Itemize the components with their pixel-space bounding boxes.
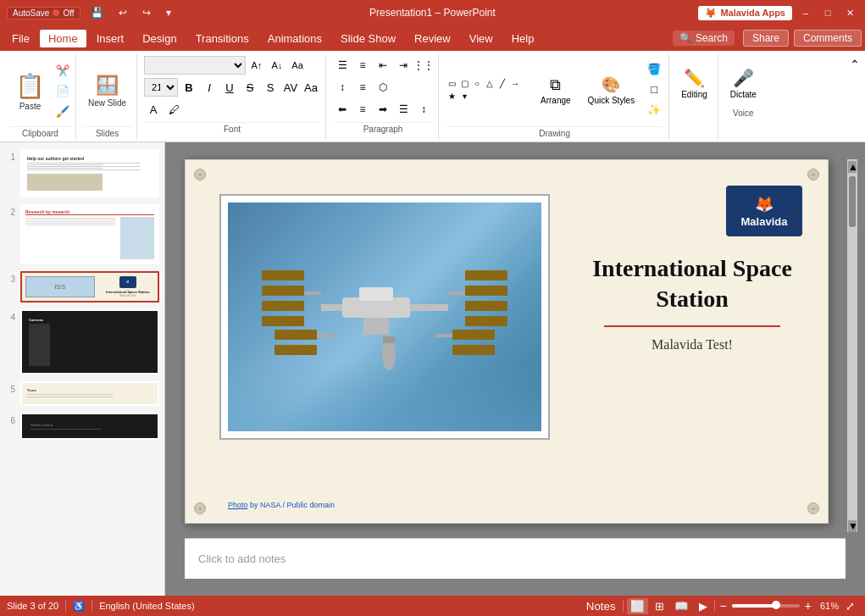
slide-image-1[interactable]: Help our authors get started bbox=[20, 149, 159, 197]
undo-button[interactable]: ↩ bbox=[114, 5, 132, 20]
dictate-button[interactable]: 🎤 Dictate bbox=[724, 58, 763, 108]
shape-fill-button[interactable]: 🪣 bbox=[645, 59, 663, 78]
smartart-button[interactable]: ⬡ bbox=[374, 78, 392, 97]
customize-button[interactable]: ▾ bbox=[161, 5, 176, 20]
increase-font-button[interactable]: A↓ bbox=[268, 56, 286, 75]
menu-review[interactable]: Review bbox=[406, 30, 459, 47]
increase-indent-button[interactable]: ⇥ bbox=[394, 56, 413, 75]
arrow-shape[interactable]: → bbox=[509, 78, 521, 90]
slide-image-5[interactable]: Tours bbox=[20, 381, 159, 406]
line-spacing-button[interactable]: ↕ bbox=[414, 100, 433, 119]
slide-image-2[interactable]: Research by research bbox=[20, 204, 159, 264]
iss-photo-frame[interactable] bbox=[219, 194, 550, 440]
line-shape[interactable]: ╱ bbox=[496, 78, 508, 90]
vscroll-thumb[interactable] bbox=[849, 176, 856, 227]
zoom-thumb[interactable] bbox=[772, 601, 780, 609]
notes-area[interactable]: Click to add notes bbox=[185, 538, 846, 579]
slide-image-6[interactable]: Skateboarding bbox=[20, 413, 159, 440]
zoom-in-button[interactable]: + bbox=[803, 599, 813, 613]
comments-button[interactable]: Comments bbox=[794, 30, 862, 47]
rect-shape[interactable]: ▭ bbox=[446, 78, 457, 90]
fit-window-button[interactable]: ⤢ bbox=[842, 598, 858, 614]
vscroll-up[interactable]: ▲ bbox=[848, 161, 857, 173]
collapse-icon[interactable]: ⌃ bbox=[850, 58, 860, 71]
new-slide-button[interactable]: 🪟 New Slide bbox=[81, 63, 133, 120]
vscroll-down[interactable]: ▼ bbox=[848, 520, 857, 532]
align-text-button[interactable]: ≡ bbox=[353, 78, 372, 97]
shape-outline-button[interactable]: □ bbox=[645, 80, 663, 98]
decrease-font-button[interactable]: A↑ bbox=[247, 56, 266, 75]
rounded-rect-shape[interactable]: ▢ bbox=[458, 78, 470, 90]
font-size-select[interactable]: 21 bbox=[144, 78, 178, 97]
menu-animations[interactable]: Animations bbox=[259, 30, 330, 47]
save-button[interactable]: 💾 bbox=[86, 5, 108, 20]
strikethrough-button[interactable]: S bbox=[241, 78, 259, 97]
ellipse-shape[interactable]: ○ bbox=[471, 78, 483, 90]
align-left-button[interactable]: ⬅ bbox=[333, 100, 352, 119]
highlight-button[interactable]: 🖊 bbox=[164, 100, 183, 119]
minimize-button[interactable]: – bbox=[797, 4, 814, 21]
slide-sorter-button[interactable]: ⊞ bbox=[652, 598, 668, 614]
copy-button[interactable]: 📄 bbox=[53, 82, 72, 101]
columns-button[interactable]: ⋮⋮ bbox=[414, 56, 433, 75]
maximize-button[interactable]: □ bbox=[819, 4, 836, 21]
menu-slideshow[interactable]: Slide Show bbox=[332, 30, 404, 47]
underline-button[interactable]: U bbox=[220, 78, 239, 97]
slide-thumb-3[interactable]: 3 ISS M International Space Station Mala… bbox=[3, 269, 161, 304]
clear-format-button[interactable]: Aa bbox=[288, 56, 307, 75]
format-painter-button[interactable]: 🖌️ bbox=[53, 103, 72, 121]
photo-link[interactable]: Photo bbox=[228, 501, 248, 509]
bold-button[interactable]: B bbox=[180, 78, 198, 97]
arrange-button[interactable]: ⧉ Arrange bbox=[534, 65, 578, 116]
slideshow-view-button[interactable]: ▶ bbox=[696, 598, 711, 614]
search-bar[interactable]: 🔍 Search bbox=[673, 31, 735, 46]
align-center-button[interactable]: ≡ bbox=[353, 100, 372, 119]
zoom-out-button[interactable]: − bbox=[718, 599, 729, 613]
bullets-button[interactable]: ☰ bbox=[333, 56, 352, 75]
align-right-button[interactable]: ➡ bbox=[374, 100, 392, 119]
slide-image-3[interactable]: ISS M International Space Station Malavi… bbox=[20, 271, 159, 302]
font-name-select[interactable] bbox=[144, 56, 246, 75]
menu-transitions[interactable]: Transitions bbox=[187, 30, 258, 47]
font-color-button[interactable]: A bbox=[144, 100, 163, 119]
change-case-button[interactable]: Aa bbox=[302, 78, 320, 97]
menu-view[interactable]: View bbox=[461, 30, 502, 47]
ribbon-collapse-btn[interactable]: ⌃ bbox=[850, 54, 860, 140]
slide-subtitle[interactable]: Malavida Test! bbox=[582, 337, 802, 352]
close-button[interactable]: ✕ bbox=[841, 4, 858, 21]
slide-thumb-1[interactable]: 1 Help our authors get started bbox=[3, 147, 161, 199]
share-button[interactable]: Share bbox=[743, 30, 789, 47]
menu-home[interactable]: Home bbox=[40, 30, 86, 47]
slide-thumb-6[interactable]: 6 Skateboarding bbox=[3, 411, 161, 441]
slide-image-4[interactable]: Cameras bbox=[20, 309, 159, 375]
autosave-badge[interactable]: AutoSave Off bbox=[7, 7, 80, 19]
menu-file[interactable]: File bbox=[3, 30, 38, 47]
slide-thumb-5[interactable]: 5 Tours bbox=[3, 380, 161, 408]
quick-styles-button[interactable]: 🎨 Quick Styles bbox=[581, 65, 642, 116]
menu-help[interactable]: Help bbox=[503, 30, 543, 47]
cut-button[interactable]: ✂️ bbox=[53, 62, 72, 80]
slide-main-title[interactable]: International Space Station bbox=[582, 253, 802, 315]
redo-button[interactable]: ↪ bbox=[137, 5, 156, 20]
notes-view-button[interactable]: Notes bbox=[583, 598, 619, 614]
italic-button[interactable]: I bbox=[200, 78, 219, 97]
normal-view-button[interactable]: ⬜ bbox=[627, 598, 648, 614]
shadow-button[interactable]: S bbox=[261, 78, 280, 97]
slide-canvas[interactable]: + + + + bbox=[185, 159, 829, 524]
star-shape[interactable]: ★ bbox=[446, 91, 457, 103]
justify-button[interactable]: ☰ bbox=[394, 100, 413, 119]
numbering-button[interactable]: ≡ bbox=[353, 56, 372, 75]
shape-effects-button[interactable]: ✨ bbox=[645, 100, 663, 119]
paste-button[interactable]: 📋 Paste bbox=[8, 63, 52, 120]
char-spacing-button[interactable]: AV bbox=[281, 78, 300, 97]
menu-insert[interactable]: Insert bbox=[88, 30, 133, 47]
text-direction-button[interactable]: ↕ bbox=[333, 78, 352, 97]
reading-view-button[interactable]: 📖 bbox=[671, 598, 692, 614]
menu-design[interactable]: Design bbox=[134, 30, 185, 47]
decrease-indent-button[interactable]: ⇤ bbox=[374, 56, 392, 75]
slide-thumb-2[interactable]: 2 Research by research bbox=[3, 203, 161, 266]
triangle-shape[interactable]: △ bbox=[484, 78, 496, 90]
canvas-vscrollbar[interactable]: ▲ ▼ bbox=[847, 159, 857, 532]
editing-button[interactable]: ✏️ Editing bbox=[674, 58, 714, 108]
slide-thumb-4[interactable]: 4 Cameras bbox=[3, 308, 161, 376]
